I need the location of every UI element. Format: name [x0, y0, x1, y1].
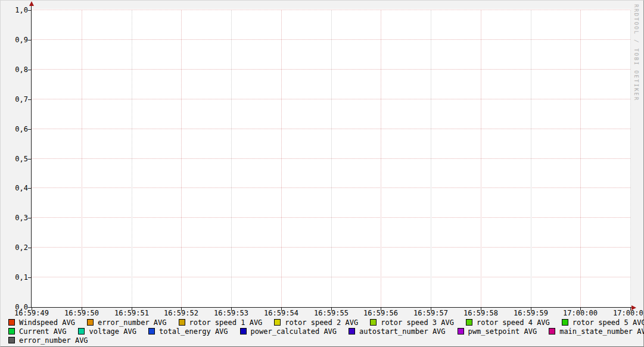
legend-label: error_number AVG: [98, 318, 167, 327]
y-tick-label: 0,4: [1, 185, 28, 192]
legend-swatch: [8, 337, 15, 343]
y-tick-label: 0,1: [1, 274, 28, 281]
watermark: RRDTOOL / TOBI OETIKER: [633, 4, 639, 101]
legend-item: Current AVG: [8, 327, 66, 336]
legend-item: error_number AVG: [8, 336, 88, 345]
v-gridline: [231, 10, 232, 307]
y-tick-label: 1,0: [1, 7, 28, 14]
x-tick-label: 16:59:52: [158, 310, 204, 317]
v-gridline: [431, 10, 431, 307]
y-tick: [28, 70, 32, 70]
legend-row: error_number AVG: [8, 336, 642, 345]
y-tick-label: 0,9: [1, 36, 28, 43]
legend-label: rotor speed 2 AVG: [285, 318, 358, 327]
rrdtool-graph: 0,00,10,20,30,40,50,60,70,80,91,0 16:59:…: [0, 0, 644, 347]
y-tick: [28, 10, 32, 11]
legend-swatch: [349, 328, 355, 335]
legend-row: Windspeed AVGerror_number AVGrotor speed…: [8, 318, 642, 327]
legend-label: Current AVG: [19, 327, 66, 336]
v-gridline: [181, 10, 182, 307]
legend-item: rotor speed 5 AVG: [562, 318, 644, 327]
v-gridline: [580, 10, 581, 307]
x-tick-label: 16:59:49: [9, 310, 54, 317]
x-tick-label: 16:59:53: [209, 310, 254, 317]
legend-label: rotor speed 1 AVG: [189, 318, 263, 327]
legend-label: Windspeed AVG: [19, 318, 75, 327]
y-tick-label: 0,8: [1, 66, 28, 73]
legend-item: rotor speed 4 AVG: [466, 318, 550, 327]
legend-swatch: [8, 319, 15, 326]
x-tick-label: 16:59:54: [259, 310, 304, 317]
y-tick: [28, 99, 32, 100]
legend-label: rotor speed 4 AVG: [477, 318, 550, 327]
legend-swatch: [87, 319, 94, 326]
legend-swatch: [274, 319, 281, 326]
legend-item: total_energy AVG: [148, 327, 228, 336]
legend-item: Windspeed AVG: [8, 318, 75, 327]
v-gridline: [132, 10, 132, 307]
legend-label: rotor speed 5 AVG: [573, 318, 644, 327]
legend-swatch: [562, 319, 568, 326]
legend-item: rotor speed 2 AVG: [274, 318, 358, 327]
x-tick-label: 16:59:59: [508, 310, 553, 317]
legend-swatch: [179, 319, 185, 326]
legend-item: rotor speed 3 AVG: [370, 318, 454, 327]
x-tick-label: 16:59:51: [109, 310, 154, 317]
legend-label: error_number AVG: [19, 336, 88, 345]
legend-swatch: [78, 328, 85, 335]
y-tick-label: 0,2: [1, 244, 28, 251]
legend-swatch: [148, 328, 155, 335]
legend-label: rotor speed 3 AVG: [381, 318, 454, 327]
y-tick: [28, 159, 32, 160]
x-axis-line: [31, 307, 633, 308]
legend-item: main_state_number AVG: [549, 327, 644, 336]
y-tick: [28, 218, 32, 218]
legend-swatch: [8, 328, 15, 335]
y-tick-label: 0,7: [1, 96, 28, 103]
v-gridline: [281, 10, 282, 307]
legend-swatch: [370, 319, 377, 326]
legend-label: voltage AVG: [89, 327, 136, 336]
v-gridline: [381, 10, 381, 307]
legend-item: error_number AVG: [87, 318, 167, 327]
y-axis-line: [31, 4, 32, 307]
x-tick-label: 16:59:50: [59, 310, 104, 317]
x-tick-label: 17:00:00: [558, 310, 603, 317]
x-tick-label: 16:59:55: [309, 310, 354, 317]
y-tick-label: 0,6: [1, 126, 28, 133]
legend-label: pwm_setpoint AVG: [468, 327, 537, 336]
legend-label: power_calculated AVG: [251, 327, 337, 336]
legend-label: main_state_number AVG: [559, 327, 644, 336]
v-gridline: [331, 10, 332, 307]
y-tick: [28, 277, 32, 278]
y-tick-label: 0,5: [1, 155, 28, 162]
v-gridline: [531, 10, 531, 307]
legend-swatch: [466, 319, 472, 326]
legend-label: autostart_number AVG: [359, 327, 446, 336]
x-tick-label: 16:59:57: [408, 310, 453, 317]
legend-swatch: [549, 328, 555, 335]
legend-item: power_calculated AVG: [240, 327, 337, 336]
y-tick-label: 0,3: [1, 214, 28, 221]
v-gridline: [82, 10, 82, 307]
y-axis-arrow-icon: [29, 1, 34, 6]
y-tick: [28, 248, 32, 248]
legend-item: rotor speed 1 AVG: [179, 318, 263, 327]
v-gridline: [481, 10, 481, 307]
x-tick-label: 16:59:56: [358, 310, 403, 317]
legend-row: Current AVGvoltage AVGtotal_energy AVGpo…: [8, 327, 642, 336]
legend-swatch: [458, 328, 464, 335]
legend-item: voltage AVG: [78, 327, 136, 336]
legend: Windspeed AVGerror_number AVGrotor speed…: [8, 318, 642, 345]
legend-item: autostart_number AVG: [349, 327, 446, 336]
x-tick-label: 17:00:01: [608, 310, 644, 317]
legend-swatch: [240, 328, 247, 335]
y-tick: [28, 188, 32, 189]
v-gridline: [630, 10, 631, 307]
legend-label: total_energy AVG: [159, 327, 228, 336]
x-tick-label: 16:59:58: [458, 310, 503, 317]
y-tick: [28, 40, 32, 40]
y-tick: [28, 129, 32, 130]
legend-item: pwm_setpoint AVG: [458, 327, 537, 336]
